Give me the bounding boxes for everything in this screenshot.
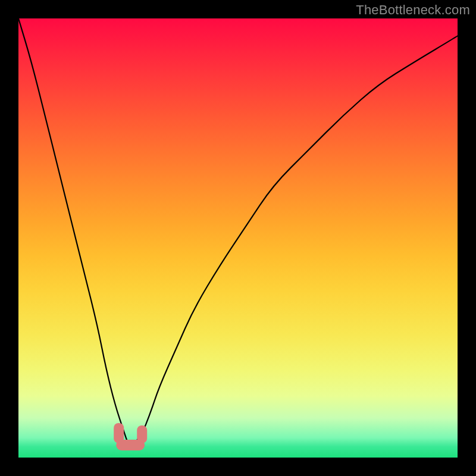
watermark-text: TheBottleneck.com: [356, 2, 470, 18]
chart-background-gradient: [18, 18, 458, 458]
chart-plot-area: [18, 18, 458, 458]
